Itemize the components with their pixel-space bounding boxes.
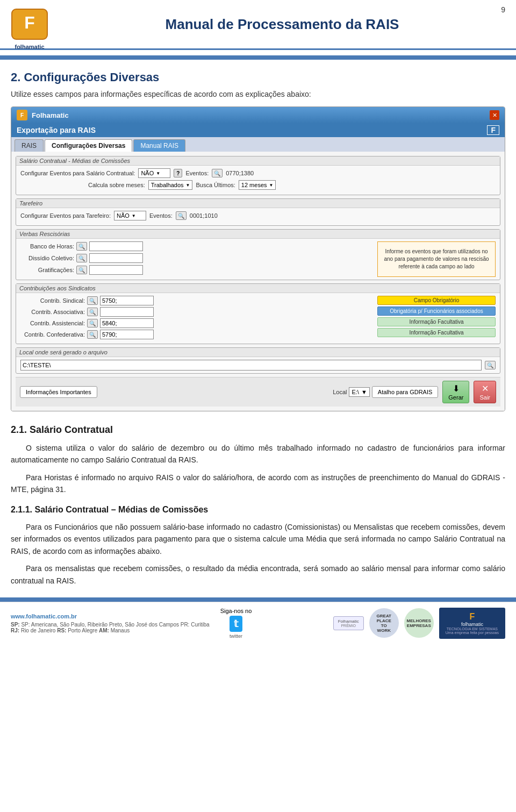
sw-main-content: Salário Contratual - Médias de Comissões… bbox=[11, 152, 505, 411]
gratif-label: Gratificações: bbox=[20, 267, 74, 273]
export-title: Exportação para RAIS bbox=[17, 126, 96, 134]
busca-value: 12 meses bbox=[241, 182, 267, 188]
section-2-1-1-p1: Para os Funcionários que não possuem sal… bbox=[11, 521, 505, 557]
btn-obrigatoria-assoc[interactable]: Obrigatória p/ Funcionários associados bbox=[377, 307, 496, 316]
verbas-section-label: Verbas Rescisórias bbox=[16, 230, 500, 239]
app-title: Folhamatic bbox=[32, 111, 69, 119]
tarefeiro-dropdown[interactable]: NÃO ▼ bbox=[114, 211, 146, 220]
section-2-1-p2: Para Horistas é informado no arquivo RAI… bbox=[11, 472, 505, 496]
tarefeiro-eventos-value: 0001;1010 bbox=[190, 212, 218, 219]
dissidio-input[interactable] bbox=[89, 253, 143, 263]
section-2-1-1-p2: Para os mensalistas que recebem comissõe… bbox=[11, 562, 505, 587]
tarefeiro-row1-label: Configurar Eventos para Tarefeiro: bbox=[20, 212, 111, 219]
tarefeiro-search-icon[interactable]: 🔍 bbox=[176, 211, 187, 220]
contrib-right: Campo Obrigatório Obrigatória p/ Funcion… bbox=[377, 296, 496, 341]
verbas-row-dissidio: Dissídio Coletivo: 🔍 bbox=[20, 253, 373, 263]
footer-social: Siga-nos no 𝕥 twitter bbox=[220, 608, 252, 639]
busca-label: Busca Últimos: bbox=[196, 182, 235, 188]
salario-section-label: Salário Contratual - Médias de Comissões bbox=[16, 156, 500, 166]
local-section: Local onde será gerado o arquivo 🔍 bbox=[16, 347, 500, 374]
contrib-assist-icon[interactable]: 🔍 bbox=[87, 319, 98, 327]
footer-left: www.folhamatic.com.br SP: SP: Americana,… bbox=[11, 613, 210, 633]
contrib-assoc-row: Contrib. Associativa: 🔍 bbox=[20, 307, 373, 317]
footer-rj: RJ: Rio de Janeiro RS: Porto Alegre AM: … bbox=[11, 628, 210, 633]
contrib-confed-row: Contrib. Confederativa: 🔍 bbox=[20, 330, 373, 339]
tab-configuracoes[interactable]: Configurações Diversas bbox=[45, 139, 132, 152]
salario-dropdown[interactable]: NÃO ▼ bbox=[138, 168, 170, 178]
salario-dropdown-value: NÃO bbox=[141, 170, 154, 176]
local-dropdown[interactable]: E:\ ▼ bbox=[349, 387, 369, 397]
twitter-logo: 𝕥 bbox=[230, 616, 242, 632]
gerar-btn[interactable]: ⬇ Gerar bbox=[442, 381, 469, 403]
btn-informacao-facultativa-2[interactable]: Informação Facultativa bbox=[377, 328, 496, 337]
header: F folhamatic Manual de Processamento da … bbox=[0, 0, 516, 50]
banco-input[interactable] bbox=[89, 241, 143, 251]
contrib-section-body: Contrib. Sindical: 🔍 Contrib. Associativ… bbox=[16, 293, 500, 344]
help-button[interactable]: ? bbox=[174, 169, 182, 177]
verbas-row-banco: Banco de Horas: 🔍 bbox=[20, 241, 373, 251]
local-input[interactable] bbox=[20, 360, 482, 371]
header-divider bbox=[0, 55, 516, 60]
contrib-sindical-icon[interactable]: 🔍 bbox=[87, 296, 98, 305]
tarefeiro-section-label: Tarefeiro bbox=[16, 199, 500, 208]
tarefeiro-dropdown-value: NÃO bbox=[117, 212, 130, 219]
verbas-row-gratif: Gratificações: 🔍 bbox=[20, 265, 373, 275]
info-btn[interactable]: Informações Importantes bbox=[20, 386, 97, 398]
dissidio-search-icon[interactable]: 🔍 bbox=[76, 254, 87, 262]
footer-website: www.folhamatic.com.br bbox=[11, 613, 210, 619]
contrib-sindical-input[interactable] bbox=[100, 296, 154, 305]
local-bar: Local E:\ ▼ Atalho para GDRAIS bbox=[333, 386, 438, 398]
contrib-confed-label: Contrib. Confederativa: bbox=[20, 331, 85, 338]
local-section-label: Local onde será gerado o arquivo bbox=[16, 348, 500, 357]
title-bar-left: F Folhamatic bbox=[17, 110, 69, 120]
busca-dropdown[interactable]: 12 meses ▼ bbox=[239, 180, 276, 190]
section-2-1-1-heading: 2.1.1. Salário Contratual – Médias de Co… bbox=[11, 503, 505, 517]
page-number: 9 bbox=[501, 5, 505, 14]
btn-campo-obrigatorio[interactable]: Campo Obrigatório bbox=[377, 296, 496, 305]
dropdown-arrow-icon: ▼ bbox=[156, 171, 160, 176]
meses-dropdown[interactable]: Trabalhados ▼ bbox=[148, 180, 193, 190]
gratif-search-icon[interactable]: 🔍 bbox=[76, 266, 87, 274]
sair-icon: ✕ bbox=[482, 383, 489, 394]
contrib-sindical-label: Contrib. Sindical: bbox=[20, 297, 85, 304]
atalho-btn[interactable]: Atalho para GDRAIS bbox=[372, 386, 439, 398]
local-search-icon[interactable]: 🔍 bbox=[485, 361, 496, 369]
contrib-left: Contrib. Sindical: 🔍 Contrib. Associativ… bbox=[20, 296, 373, 341]
contrib-assoc-input[interactable] bbox=[100, 307, 154, 317]
gerar-icon: ⬇ bbox=[453, 383, 460, 394]
salario-row1-label: Configurar Eventos para Salário Contratu… bbox=[20, 170, 135, 176]
sair-label: Sair bbox=[479, 394, 490, 401]
social-label: Siga-nos no bbox=[220, 608, 252, 614]
tarefeiro-section: Tarefeiro Configurar Eventos para Tarefe… bbox=[16, 198, 500, 226]
dropdown-arrow3-icon: ▼ bbox=[269, 183, 274, 188]
contrib-assist-input[interactable] bbox=[100, 318, 154, 328]
btn-informacao-facultativa-1[interactable]: Informação Facultativa bbox=[377, 317, 496, 326]
contrib-assoc-icon[interactable]: 🔍 bbox=[87, 308, 98, 316]
section-2-title: 2. Configurações Diversas bbox=[11, 70, 505, 84]
gratif-input[interactable] bbox=[89, 265, 143, 275]
footer-divider bbox=[0, 597, 516, 602]
verbas-info-box: Informe os eventos que foram utilizados … bbox=[377, 241, 496, 277]
contrib-assist-label: Contrib. Assistencial: bbox=[20, 320, 85, 326]
tarefeiro-section-body: Configurar Eventos para Tarefeiro: NÃO ▼… bbox=[16, 208, 500, 225]
footer-sp: SP: SP: Americana, São Paulo, Ribeirão P… bbox=[11, 622, 210, 628]
tab-rais[interactable]: RAIS bbox=[15, 139, 44, 152]
sair-btn[interactable]: ✕ Sair bbox=[474, 381, 496, 403]
verbas-section-body: Banco de Horas: 🔍 Dissídio Coletivo: 🔍 G… bbox=[16, 239, 500, 280]
software-window: F Folhamatic ✕ Exportação para RAIS F RA… bbox=[11, 106, 505, 411]
tab-manual[interactable]: Manual RAIS bbox=[133, 139, 185, 152]
contrib-confed-input[interactable] bbox=[100, 330, 154, 339]
search-icon[interactable]: 🔍 bbox=[212, 169, 223, 177]
app-logo: F bbox=[17, 110, 27, 120]
close-button[interactable]: ✕ bbox=[490, 110, 499, 120]
dropdown-arrow4-icon: ▼ bbox=[132, 213, 136, 218]
company-logo: F folhamatic bbox=[11, 8, 48, 40]
local-section-body: 🔍 bbox=[16, 357, 500, 373]
tab-bar: RAIS Configurações Diversas Manual RAIS bbox=[11, 137, 505, 152]
folhamatic-footer-logo: F folhamatic TECNOLOGIA EM SISTEMAS Uma … bbox=[439, 608, 505, 639]
company-name: folhamatic bbox=[11, 44, 48, 50]
contrib-confed-icon[interactable]: 🔍 bbox=[87, 330, 98, 339]
article-content: 2.1. Salário Contratual O sistema utiliz… bbox=[11, 422, 505, 587]
banco-search-icon[interactable]: 🔍 bbox=[76, 242, 87, 251]
melhores-badge: MELHORESEMPRESAS bbox=[404, 608, 434, 638]
